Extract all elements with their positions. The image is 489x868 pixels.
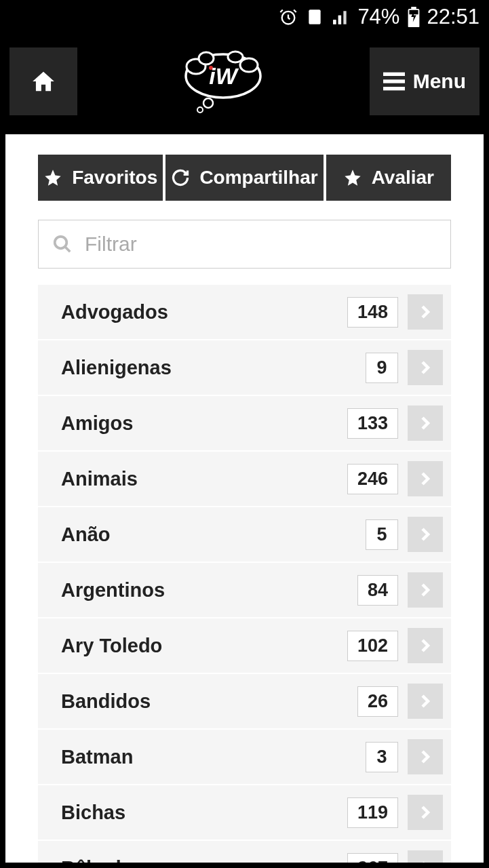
chevron-right-icon[interactable]: [408, 739, 443, 774]
category-label: Ary Toledo: [61, 635, 338, 657]
hamburger-icon: [383, 72, 405, 91]
chevron-right-icon[interactable]: [408, 517, 443, 552]
category-label: Animais: [61, 468, 338, 490]
chevron-right-icon[interactable]: [408, 850, 443, 863]
svg-point-9: [228, 52, 243, 62]
category-label: Batman: [61, 746, 356, 768]
category-count: 267: [347, 853, 398, 863]
phone-icon: [306, 8, 324, 26]
status-icons: 74%: [279, 5, 420, 29]
home-button[interactable]: [9, 47, 77, 115]
svg-text:iW: iW: [210, 63, 239, 89]
category-count: 5: [366, 519, 398, 550]
category-count: 9: [366, 353, 398, 383]
category-item[interactable]: Animais246: [38, 452, 451, 506]
chevron-right-icon[interactable]: [408, 684, 443, 719]
menu-label: Menu: [413, 70, 466, 93]
category-item[interactable]: Amigos133: [38, 396, 451, 450]
chevron-right-icon[interactable]: [408, 795, 443, 830]
favorites-label: Favoritos: [72, 167, 157, 189]
action-bar: Favoritos Compartilhar Avaliar: [38, 155, 451, 201]
category-count: 246: [347, 464, 398, 494]
category-item[interactable]: Alienigenas9: [38, 340, 451, 395]
battery-percent: 74%: [357, 5, 399, 29]
menu-button[interactable]: Menu: [370, 47, 480, 115]
refresh-icon: [171, 168, 190, 187]
app-logo: iW: [77, 47, 370, 115]
svg-rect-14: [383, 73, 405, 76]
category-label: Bichas: [61, 802, 338, 824]
category-item[interactable]: Bandidos26: [38, 674, 451, 728]
chevron-right-icon[interactable]: [408, 406, 443, 441]
category-label: Amigos: [61, 412, 338, 435]
category-item[interactable]: Bêbados267: [38, 841, 451, 863]
search-box[interactable]: [38, 220, 451, 269]
chevron-right-icon[interactable]: [408, 572, 443, 608]
category-list: Advogados148Alienigenas9Amigos133Animais…: [38, 285, 451, 863]
svg-rect-16: [383, 87, 405, 90]
category-count: 133: [347, 408, 398, 439]
category-label: Bandidos: [61, 690, 348, 713]
favorites-button[interactable]: Favoritos: [38, 155, 163, 201]
battery-icon: [408, 7, 420, 27]
category-count: 102: [347, 631, 398, 661]
svg-point-10: [203, 98, 213, 108]
category-item[interactable]: Advogados148: [38, 285, 451, 339]
category-label: Bêbados: [61, 857, 338, 863]
chevron-right-icon[interactable]: [408, 350, 443, 385]
svg-point-11: [197, 107, 203, 113]
app-header: iW Menu: [0, 34, 489, 129]
share-label: Compartilhar: [199, 167, 317, 189]
filter-input[interactable]: [85, 233, 437, 256]
status-time: 22:51: [427, 5, 480, 29]
category-item[interactable]: Batman3: [38, 730, 451, 784]
chevron-right-icon[interactable]: [408, 294, 443, 330]
rate-button[interactable]: Avaliar: [326, 155, 451, 201]
category-count: 26: [357, 686, 398, 717]
category-count: 119: [347, 797, 398, 828]
svg-rect-15: [383, 79, 405, 83]
rate-label: Avaliar: [372, 167, 434, 189]
svg-rect-1: [309, 9, 321, 24]
signal-icon: [332, 8, 349, 26]
status-bar: 74% 22:51: [0, 0, 489, 34]
alarm-icon: [279, 7, 298, 26]
share-button[interactable]: Compartilhar: [165, 155, 323, 201]
category-label: Alienigenas: [61, 357, 356, 379]
svg-point-17: [55, 237, 67, 249]
category-count: 84: [357, 575, 398, 606]
category-item[interactable]: Anão5: [38, 507, 451, 561]
svg-point-7: [240, 58, 258, 72]
category-label: Advogados: [61, 301, 338, 323]
search-icon: [52, 234, 73, 254]
chevron-right-icon[interactable]: [408, 461, 443, 496]
star-icon: [43, 168, 62, 187]
category-label: Argentinos: [61, 579, 348, 601]
star-icon: [343, 168, 362, 187]
category-item[interactable]: Ary Toledo102: [38, 618, 451, 673]
main-content: Favoritos Compartilhar Avaliar Advogados…: [5, 134, 484, 863]
home-icon: [31, 68, 56, 94]
category-count: 3: [366, 742, 398, 772]
category-item[interactable]: Bichas119: [38, 785, 451, 840]
svg-rect-3: [412, 7, 417, 9]
category-count: 148: [347, 297, 398, 328]
chevron-right-icon[interactable]: [408, 628, 443, 663]
category-label: Anão: [61, 524, 356, 546]
category-item[interactable]: Argentinos84: [38, 563, 451, 617]
